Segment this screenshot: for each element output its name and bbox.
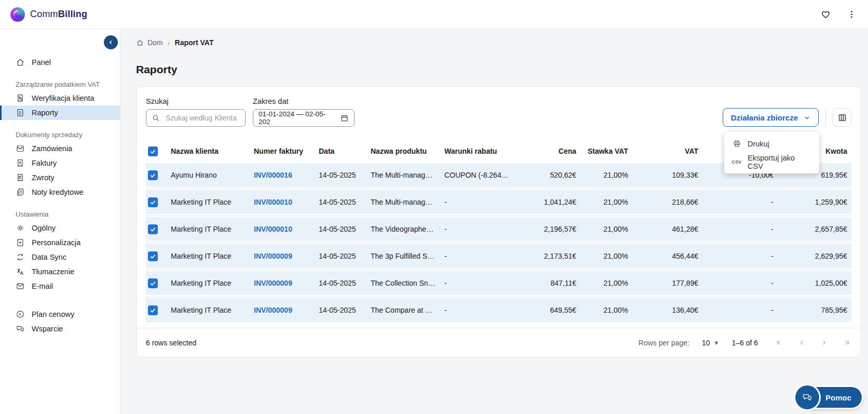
- invoice-euro-icon: €: [16, 158, 25, 168]
- column-header-invoice[interactable]: Numer faktury: [250, 147, 315, 155]
- table-row[interactable]: Marketing IT Place INV/000009 14-05-2025…: [146, 271, 851, 295]
- brand-name: CommBilling: [30, 9, 87, 20]
- actions-divider: [825, 109, 826, 126]
- cell-vat-rate: 21,00%: [580, 171, 632, 179]
- help-button[interactable]: Pomoc: [799, 387, 862, 408]
- sidebar-item-label: Noty kredytowe: [32, 188, 84, 196]
- invoice-link[interactable]: INV/000010: [250, 198, 315, 206]
- cell-discount: -: [702, 252, 778, 260]
- cell-product: The 3p Fulfilled S…: [367, 252, 440, 260]
- sidebar-item-faktury[interactable]: € Faktury: [0, 156, 120, 170]
- cell-amount: 1,025,00€: [778, 279, 851, 287]
- sidebar-item-label: Data Sync: [32, 253, 66, 261]
- cell-date: 14-05-2025: [315, 306, 367, 314]
- cell-vat-rate: 21,00%: [580, 252, 632, 260]
- rows-per-page-value: 10: [702, 339, 710, 347]
- cell-product: The Multi-manag…: [367, 198, 440, 206]
- sidebar-item-plan-cenowy[interactable]: € Plan cenowy: [0, 307, 120, 322]
- invoice-link[interactable]: INV/000009: [250, 279, 315, 287]
- sidebar-item-ogolny[interactable]: Ogólny: [0, 221, 120, 235]
- sidebar-item-wsparcie[interactable]: Wsparcie: [0, 322, 120, 336]
- invoice-link[interactable]: INV/000016: [250, 171, 315, 179]
- bulk-actions-button[interactable]: Działania zbiorcze: [723, 108, 819, 127]
- sidebar-item-zamowienia[interactable]: Zamówienia: [0, 141, 120, 156]
- support-chat-icon: [16, 324, 25, 333]
- last-page-icon[interactable]: [842, 338, 851, 348]
- invoice-link[interactable]: INV/000010: [250, 225, 315, 233]
- sidebar-item-panel[interactable]: Panel: [0, 55, 120, 70]
- cell-price: 1,041,24€: [518, 198, 580, 206]
- rows-per-page-select[interactable]: 10 ▼: [702, 339, 719, 347]
- column-settings-button[interactable]: [833, 108, 851, 127]
- table-actions: Działania zbiorcze: [723, 108, 851, 127]
- menu-item-export-csv[interactable]: CSV Eksportuj jako CSV: [724, 153, 819, 171]
- date-range-input[interactable]: 01-01-2024 — 02-05-202: [253, 109, 355, 127]
- rows-selected-text: 6 rows selected: [146, 339, 196, 347]
- brand: CommBilling: [10, 7, 87, 22]
- column-header-product[interactable]: Nazwa produktu: [367, 147, 440, 155]
- row-checkbox[interactable]: [148, 224, 158, 234]
- column-header-client[interactable]: Nazwa klienta: [167, 147, 250, 155]
- svg-text:€: €: [19, 161, 21, 165]
- column-header-discount-terms[interactable]: Warunki rabatu: [440, 147, 518, 155]
- menu-item-print[interactable]: Drukuj: [724, 135, 819, 153]
- select-all-checkbox[interactable]: [148, 146, 158, 156]
- sidebar-item-label: Wsparcie: [32, 325, 63, 333]
- breadcrumb-home[interactable]: Dom: [136, 38, 163, 47]
- cell-vat-rate: 21,00%: [580, 198, 632, 206]
- sidebar-item-personalizacja[interactable]: Personalizacja: [0, 235, 120, 250]
- next-page-icon[interactable]: [819, 338, 829, 348]
- row-checkbox[interactable]: [148, 251, 158, 261]
- favorites-heart-icon[interactable]: [819, 8, 832, 21]
- credit-notes-icon: [16, 188, 25, 197]
- sidebar-item-tlumaczenie[interactable]: Tłumaczenie: [0, 264, 120, 279]
- sidebar-item-raporty[interactable]: Raporty: [0, 105, 120, 120]
- breadcrumb-chevron-icon: ›: [168, 38, 170, 47]
- breadcrumb-home-label: Dom: [147, 38, 163, 47]
- search-filter: Szukaj: [146, 97, 246, 127]
- kebab-menu-icon[interactable]: [846, 8, 858, 20]
- row-checkbox[interactable]: [148, 278, 158, 288]
- row-checkbox[interactable]: [148, 197, 158, 207]
- sidebar-item-data-sync[interactable]: Data Sync: [0, 250, 120, 264]
- help-chat-icon: [795, 385, 819, 409]
- sidebar-item-label: Faktury: [32, 159, 57, 167]
- column-header-price[interactable]: Cena: [518, 147, 580, 155]
- cell-vat-rate: 21,00%: [580, 225, 632, 233]
- cell-client: Marketing IT Place: [167, 306, 250, 314]
- search-label: Szukaj: [146, 97, 246, 105]
- return-receipt-icon: [16, 173, 25, 182]
- table-row[interactable]: Marketing IT Place INV/000010 14-05-2025…: [146, 217, 851, 241]
- cell-product: The Compare at …: [367, 306, 440, 314]
- orders-inbox-icon: [16, 144, 25, 153]
- column-header-vat-rate[interactable]: Stawka VAT: [580, 147, 632, 155]
- column-header-vat[interactable]: VAT: [632, 147, 702, 155]
- sidebar-collapse-button[interactable]: [104, 35, 118, 49]
- row-checkbox[interactable]: [148, 170, 158, 180]
- search-input[interactable]: [165, 113, 240, 123]
- cell-vat: 177,89€: [632, 279, 702, 287]
- invoice-link[interactable]: INV/000009: [250, 252, 315, 260]
- cell-discount-terms: -: [440, 306, 518, 314]
- pagination-buttons: [775, 338, 851, 348]
- first-page-icon[interactable]: [775, 338, 784, 348]
- menu-item-label: Eksportuj jako CSV: [748, 154, 811, 170]
- csv-icon: CSV: [732, 159, 741, 165]
- sidebar-item-zwroty[interactable]: Zwroty: [0, 170, 120, 185]
- sidebar-item-weryfikacja-klienta[interactable]: Weryfikacja klienta: [0, 91, 120, 105]
- printer-icon: [732, 139, 741, 148]
- table-row[interactable]: Marketing IT Place INV/000009 14-05-2025…: [146, 298, 851, 322]
- table-row[interactable]: Marketing IT Place INV/000010 14-05-2025…: [146, 190, 851, 214]
- brand-suffix: Billing: [58, 9, 87, 19]
- sidebar-item-noty-kredytowe[interactable]: Noty kredytowe: [0, 185, 120, 199]
- column-header-date[interactable]: Data: [315, 147, 367, 155]
- table-row[interactable]: Marketing IT Place INV/000009 14-05-2025…: [146, 244, 851, 268]
- table-body: Ayumu Hirano INV/000016 14-05-2025 The M…: [146, 163, 851, 322]
- cell-vat: 456,44€: [632, 252, 702, 260]
- row-checkbox[interactable]: [148, 305, 158, 315]
- previous-page-icon[interactable]: [797, 338, 807, 348]
- sidebar-section-ustawienia: Ustawienia: [0, 210, 120, 221]
- invoice-link[interactable]: INV/000009: [250, 306, 315, 314]
- cell-discount-terms: -: [440, 198, 518, 206]
- sidebar-item-email[interactable]: E-mail: [0, 279, 120, 293]
